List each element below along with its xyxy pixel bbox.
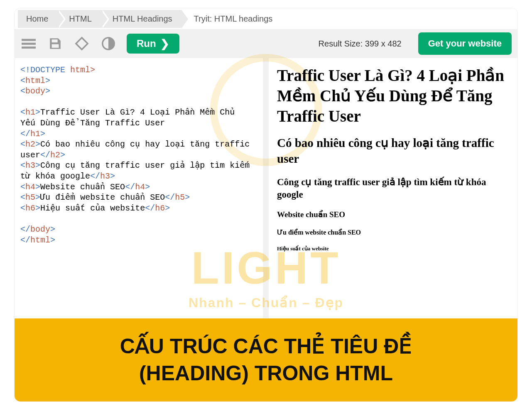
- code-token: h3: [25, 161, 35, 170]
- code-text: Yếu Dùng Để Tăng Traffic User: [20, 118, 165, 128]
- code-token: h2: [25, 139, 35, 149]
- result-h3: Công cụ tăng traffic user giả lập tìm ki…: [277, 176, 509, 201]
- result-h2: Có bao nhiêu công cụ hay loại tăng traff…: [277, 135, 509, 166]
- code-token: html>: [65, 65, 95, 75]
- code-token: <: [20, 203, 25, 213]
- code-token: html: [30, 235, 50, 245]
- code-token: >: [40, 129, 45, 139]
- code-text: user: [20, 150, 40, 160]
- code-token: </: [90, 171, 100, 181]
- code-token: >: [35, 182, 40, 192]
- result-h5: Ưu điểm website chuẩn SEO: [277, 228, 509, 236]
- code-text: từ khóa google: [20, 171, 90, 181]
- theme-icon[interactable]: [100, 35, 117, 52]
- breadcrumb: Home HTML HTML Headings Tryit: HTML head…: [15, 8, 517, 29]
- code-token: </: [20, 129, 30, 139]
- code-token: <: [20, 182, 25, 192]
- code-token: h5: [25, 193, 35, 202]
- pane-divider[interactable]: [263, 58, 269, 324]
- rotate-icon[interactable]: [74, 35, 90, 52]
- result-preview: Traffic User Là Gì? 4 Loại Phần Mềm Chủ …: [269, 58, 517, 324]
- code-token: >: [45, 86, 50, 96]
- code-token: <: [20, 139, 25, 149]
- save-icon[interactable]: [47, 35, 64, 52]
- result-h1: Traffic User Là Gì? 4 Loại Phần Mềm Chủ …: [277, 66, 509, 126]
- bottom-banner: CẤU TRÚC CÁC THẺ TIÊU ĐỀ (HEADING) TRONG…: [15, 318, 517, 401]
- code-token: <: [20, 86, 25, 96]
- code-token: h5: [175, 193, 185, 202]
- code-token: html: [25, 76, 45, 86]
- code-token: <: [20, 161, 25, 170]
- code-token: h6: [25, 203, 35, 213]
- svg-rect-0: [22, 39, 36, 41]
- code-token: h4: [135, 182, 145, 192]
- code-token: h6: [155, 203, 165, 213]
- code-token: >: [35, 139, 40, 149]
- code-token: >: [110, 171, 115, 181]
- result-size-label: Result Size: 399 x 482: [319, 39, 402, 49]
- code-token: </: [125, 182, 135, 192]
- get-website-button[interactable]: Get your website: [418, 32, 512, 55]
- code-text: Ưu điểm website chuẩn SEO: [40, 193, 165, 202]
- code-token: body: [30, 225, 50, 234]
- code-token: >: [165, 203, 170, 213]
- code-text: Hiệu suất của website: [40, 203, 145, 213]
- code-token: body: [25, 86, 45, 96]
- code-token: </: [20, 225, 30, 234]
- code-token: <: [20, 193, 25, 202]
- code-token: >: [50, 225, 55, 234]
- breadcrumb-current: Tryit: HTML headings: [181, 10, 281, 28]
- code-token: </: [40, 150, 50, 160]
- code-token: >: [50, 235, 55, 245]
- code-text: Traffic User Là Gì? 4 Loại Phần Mềm Chủ: [40, 108, 240, 117]
- code-token: h4: [25, 182, 35, 192]
- code-token: >: [60, 150, 65, 160]
- menu-icon[interactable]: [20, 35, 37, 52]
- code-token: >: [185, 193, 190, 202]
- editor-panes: <!DOCTYPE html> <html> <body> <h1>Traffi…: [15, 58, 517, 324]
- code-token: <!DOCTYPE: [20, 65, 65, 75]
- code-token: >: [45, 76, 50, 86]
- result-h4: Website chuẩn SEO: [277, 210, 509, 219]
- chevron-right-icon: ❯: [160, 38, 169, 49]
- code-token: h1: [25, 108, 35, 117]
- code-token: <: [20, 108, 25, 117]
- banner-text: CẤU TRÚC CÁC THẺ TIÊU ĐỀ (HEADING) TRONG…: [120, 333, 412, 387]
- toolbar: Run ❯ Result Size: 399 x 482 Get your we…: [15, 29, 517, 58]
- code-token: <: [20, 76, 25, 86]
- code-token: >: [35, 193, 40, 202]
- code-token: >: [35, 161, 40, 170]
- svg-rect-1: [22, 43, 36, 45]
- code-token: </: [20, 235, 30, 245]
- banner-line-1: CẤU TRÚC CÁC THẺ TIÊU ĐỀ: [120, 335, 412, 358]
- run-button-label: Run: [137, 38, 156, 49]
- result-h6: Hiệu suất của website: [277, 245, 509, 252]
- breadcrumb-home[interactable]: Home: [18, 10, 57, 28]
- run-button[interactable]: Run ❯: [127, 34, 179, 54]
- code-token: </: [165, 193, 175, 202]
- code-text: Công cụ tăng traffic user giả lập tìm ki…: [40, 161, 255, 170]
- code-token: >: [35, 108, 40, 117]
- code-editor[interactable]: <!DOCTYPE html> <html> <body> <h1>Traffi…: [15, 58, 263, 324]
- code-token: </: [145, 203, 155, 213]
- code-token: >: [145, 182, 150, 192]
- code-token: h1: [30, 129, 40, 139]
- code-token: h2: [50, 150, 60, 160]
- breadcrumb-html-headings[interactable]: HTML Headings: [101, 10, 181, 28]
- code-token: h3: [100, 171, 110, 181]
- banner-line-2: (HEADING) TRONG HTML: [139, 362, 393, 385]
- code-text: Có bao nhiêu công cụ hay loại tăng traff…: [40, 139, 255, 149]
- code-token: >: [35, 203, 40, 213]
- svg-rect-2: [22, 46, 36, 49]
- code-text: Website chuẩn SEO: [40, 182, 125, 192]
